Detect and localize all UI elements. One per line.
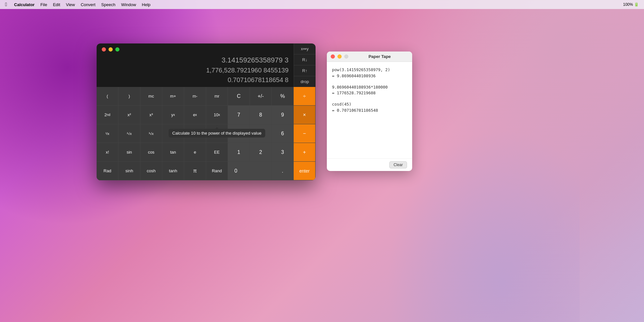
btn-2[interactable]: 2	[250, 143, 272, 162]
calculator-display: 3.14159265358979 3 1,776,528.7921960 845…	[97, 43, 294, 87]
drop-button[interactable]: drop	[294, 76, 316, 87]
clear-tape-button[interactable]: Clear	[389, 161, 407, 168]
btn-9[interactable]: 9	[272, 106, 294, 124]
btn-sqrt3[interactable]: ³√x	[140, 124, 162, 143]
pt-maximize-button[interactable]	[344, 54, 348, 59]
btn-cos[interactable]: cos	[140, 143, 162, 162]
minimize-button[interactable]	[109, 47, 113, 52]
display-line-3: 0.70710678118654 8	[102, 75, 289, 84]
btn-ex[interactable]: ex	[184, 106, 206, 124]
btn-reciprocal[interactable]: ¹/x	[97, 124, 118, 143]
maximize-button[interactable]	[115, 47, 119, 52]
btn-plus[interactable]: +	[294, 143, 316, 162]
btn-ln[interactable]: ln	[184, 124, 206, 143]
pt-entry-2: 9.86960440108936*180000 = 1776528.792196…	[332, 84, 407, 97]
xy-swap-button[interactable]: x⇔y	[294, 43, 316, 54]
btn-minus[interactable]: −	[294, 124, 316, 143]
btn-mr[interactable]: mr	[206, 87, 228, 106]
btn-7[interactable]: 7	[228, 106, 250, 124]
pt-result-1: = 9.86960440108936	[332, 73, 407, 79]
calculator-window: 3.14159265358979 3 1,776,528.7921960 845…	[97, 43, 316, 180]
paper-tape-window: Paper Tape pow(3.14159265358979, 2) = 9.…	[327, 52, 412, 171]
pt-entry-3: cosd(45) = 0.707106781186548	[332, 101, 407, 114]
pt-result-2: = 1776528.79219608	[332, 90, 407, 96]
btn-close-paren[interactable]: )	[118, 87, 140, 106]
menubar-convert[interactable]: Convert	[81, 2, 96, 7]
menubar-speech[interactable]: Speech	[101, 2, 115, 7]
btn-ee[interactable]: EE	[206, 143, 228, 162]
btn-percent[interactable]: %	[272, 87, 294, 106]
btn-2nd[interactable]: 2nd	[97, 106, 118, 124]
btn-x3[interactable]: x³	[140, 106, 162, 124]
btn-sqrt2[interactable]: ²√x	[118, 124, 140, 143]
menubar-help[interactable]: Help	[142, 2, 151, 7]
pt-expression-3: cosd(45)	[332, 101, 407, 108]
paper-tape-titlebar: Paper Tape	[327, 52, 412, 62]
btn-open-paren[interactable]: (	[97, 87, 118, 106]
display-line-1: 3.14159265358979 3	[102, 55, 289, 65]
btn-sinh[interactable]: sinh	[118, 162, 140, 180]
btn-enter[interactable]: enter	[294, 162, 316, 180]
menubar-app-name[interactable]: Calculator	[14, 2, 35, 7]
btn-tan[interactable]: tan	[162, 143, 184, 162]
apple-menu[interactable]: 	[5, 2, 7, 7]
pt-entry-1: pow(3.14159265358979, 2) = 9.86960440108…	[332, 67, 407, 79]
btn-rad[interactable]: Rad	[97, 162, 118, 180]
btn-plusminus[interactable]: +/-	[250, 87, 272, 106]
paper-tape-content: pow(3.14159265358979, 2) = 9.86960440108…	[327, 62, 412, 158]
pt-close-button[interactable]	[331, 54, 335, 59]
btn-e[interactable]: e	[184, 143, 206, 162]
roll-up-button[interactable]: R↑	[294, 65, 316, 76]
btn-10x[interactable]: 10x Calculate 10 to the power of the dis…	[206, 106, 228, 124]
menubar-edit[interactable]: Edit	[53, 2, 60, 7]
btn-log10[interactable]: log10	[206, 124, 228, 143]
btn-decimal[interactable]: .	[272, 162, 294, 180]
btn-1[interactable]: 1	[228, 143, 250, 162]
btn-rand[interactable]: Rand	[206, 162, 228, 180]
window-controls	[102, 47, 289, 52]
btn-factorial[interactable]: x!	[97, 143, 118, 162]
btn-4[interactable]: 4	[228, 124, 250, 143]
btn-mc[interactable]: mc	[140, 87, 162, 106]
pt-expression-2: 9.86960440108936*180000	[332, 84, 407, 90]
btn-0[interactable]: 0	[228, 162, 272, 180]
roll-down-button[interactable]: R↓	[294, 54, 316, 65]
btn-mplus[interactable]: m+	[162, 87, 184, 106]
btn-sqrty[interactable]: ʸ√x	[162, 124, 184, 143]
btn-pi[interactable]: π	[184, 162, 206, 180]
btn-5[interactable]: 5	[250, 124, 272, 143]
pt-expression-1: pow(3.14159265358979, 2)	[332, 67, 407, 73]
btn-cosh[interactable]: cosh	[140, 162, 162, 180]
btn-6[interactable]: 6	[272, 124, 294, 143]
btn-yx[interactable]: yx	[162, 106, 184, 124]
pt-result-3: = 0.707106781186548	[332, 108, 407, 114]
register-buttons: x⇔y R↓ R↑ drop	[294, 43, 316, 87]
btn-x2[interactable]: x²	[118, 106, 140, 124]
menubar-view[interactable]: View	[66, 2, 75, 7]
menubar-file[interactable]: File	[40, 2, 47, 7]
paper-tape-footer: Clear	[327, 158, 412, 171]
btn-mminus[interactable]: m-	[184, 87, 206, 106]
btn-sin[interactable]: sin	[118, 143, 140, 162]
btn-8[interactable]: 8	[250, 106, 272, 124]
paper-tape-title: Paper Tape	[368, 54, 391, 59]
pt-minimize-button[interactable]	[337, 54, 342, 59]
btn-divide[interactable]: ÷	[294, 87, 316, 106]
btn-clear[interactable]: C	[228, 87, 250, 106]
btn-tanh[interactable]: tanh	[162, 162, 184, 180]
calculator-buttons: ( ) mc m+ m- mr C +/- % ÷ 2nd x² x³ yx e…	[97, 87, 316, 180]
close-button[interactable]	[102, 47, 106, 52]
btn-multiply[interactable]: ×	[294, 106, 316, 124]
menubar:  Calculator File Edit View Convert Spee…	[0, 0, 644, 9]
menubar-battery: 100% 🔋	[623, 2, 639, 7]
menubar-window[interactable]: Window	[121, 2, 136, 7]
display-line-2: 1,776,528.7921960 8455139	[102, 66, 289, 75]
btn-3[interactable]: 3	[272, 143, 294, 162]
